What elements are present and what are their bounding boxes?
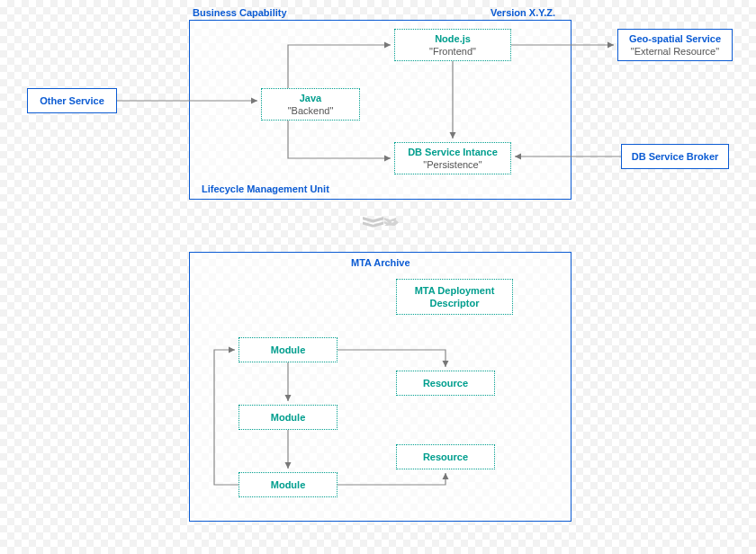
geo-service-l2: "External Resource" bbox=[631, 45, 719, 58]
box-module-1: Module bbox=[238, 337, 338, 362]
box-java-tech: Java bbox=[300, 92, 321, 104]
upper-footer: Lifecycle Management Unit bbox=[202, 183, 329, 194]
resource1-label: Resource bbox=[423, 377, 468, 389]
module3-label: Module bbox=[271, 478, 306, 491]
box-java: Java "Backend" bbox=[261, 88, 360, 121]
resource2-label: Resource bbox=[423, 451, 468, 463]
box-java-role: "Backend" bbox=[288, 104, 334, 117]
box-resource-1: Resource bbox=[396, 371, 495, 396]
geo-service-l1: Geo-spatial Service bbox=[629, 32, 721, 45]
box-db-role: "Persistence" bbox=[423, 158, 482, 171]
upper-container bbox=[189, 20, 572, 200]
db-broker-label: DB Service Broker bbox=[632, 150, 719, 163]
other-service-label: Other Service bbox=[40, 94, 104, 107]
upper-title-right: Version X.Y.Z. bbox=[490, 7, 555, 18]
box-db-broker: DB Service Broker bbox=[621, 144, 729, 169]
box-module-3: Module bbox=[238, 472, 338, 497]
box-resource-2: Resource bbox=[396, 444, 495, 469]
box-other-service: Other Service bbox=[27, 88, 117, 113]
box-db: DB Service Intance "Persistence" bbox=[394, 142, 511, 174]
box-descriptor: MTA Deployment Descriptor bbox=[396, 279, 513, 315]
descriptor-l1: MTA Deployment bbox=[415, 284, 495, 297]
box-module-2: Module bbox=[238, 405, 338, 430]
chevron-down-icon: » bbox=[346, 216, 409, 222]
box-node: Node.js "Frontend" bbox=[394, 29, 511, 61]
module2-label: Module bbox=[271, 411, 306, 424]
descriptor-l2: Descriptor bbox=[429, 297, 479, 309]
box-geo-service: Geo-spatial Service "External Resource" bbox=[617, 29, 733, 61]
upper-title-left: Business Capability bbox=[193, 7, 287, 18]
box-node-tech: Node.js bbox=[435, 32, 471, 45]
box-db-tech: DB Service Intance bbox=[408, 146, 498, 158]
lower-title: MTA Archive bbox=[351, 257, 410, 268]
module1-label: Module bbox=[271, 344, 306, 356]
box-node-role: "Frontend" bbox=[429, 45, 476, 58]
